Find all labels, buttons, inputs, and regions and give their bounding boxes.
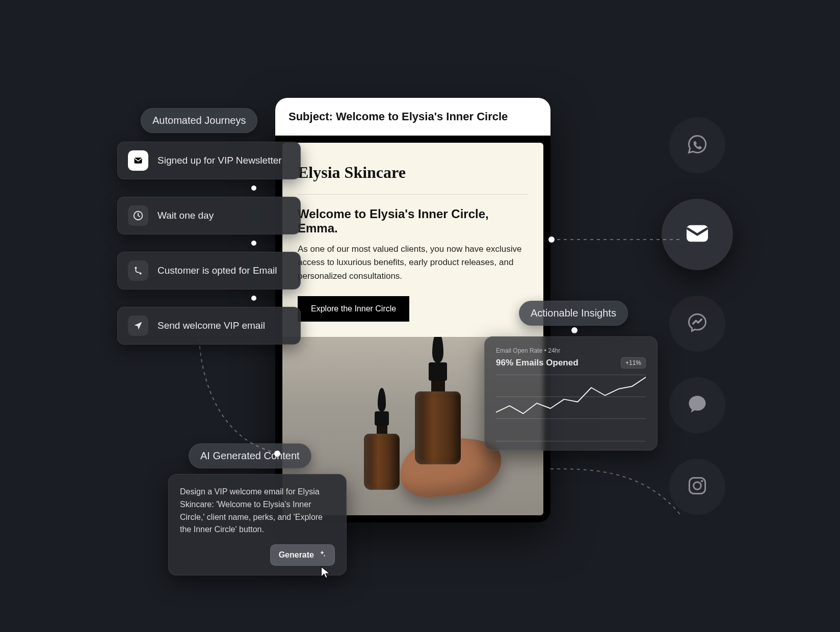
journey-step-wait[interactable]: Wait one day	[117, 197, 301, 234]
insights-card: Email Open Rate • 24hr 96% Emails Opened…	[484, 336, 658, 451]
ai-generated-content-label: AI Generated Content	[189, 443, 311, 468]
sparkle-icon	[318, 550, 326, 560]
mail-icon	[683, 219, 712, 250]
ai-prompt-card: Design a VIP welcome email for Elysia Sk…	[168, 474, 347, 575]
mail-icon	[128, 150, 148, 171]
email-subject: Subject: Welcome to Elysia's Inner Circl…	[275, 98, 550, 136]
generate-button[interactable]: Generate	[270, 544, 335, 566]
insights-subtitle: Email Open Rate • 24hr	[496, 347, 646, 354]
automated-journeys-label: Automated Journeys	[141, 108, 257, 133]
svg-point-3	[135, 267, 137, 269]
svg-point-4	[140, 272, 142, 274]
chat-icon	[686, 393, 708, 417]
email-brand: Elysia Skincare	[298, 163, 528, 194]
journey-step-signup[interactable]: Signed up for VIP Newsletter	[117, 142, 301, 179]
channel-email[interactable]	[662, 199, 733, 270]
open-rate-chart	[496, 375, 646, 441]
insights-delta-badge: +11%	[621, 357, 646, 368]
channel-instagram[interactable]	[669, 459, 725, 515]
channel-list	[662, 117, 733, 515]
svg-point-8	[701, 480, 703, 482]
svg-point-7	[694, 482, 701, 490]
branch-icon	[128, 260, 148, 281]
actionable-insights-label: Actionable Insights	[519, 301, 628, 326]
divider	[298, 194, 528, 195]
journey-steps: Signed up for VIP Newsletter Wait one da…	[117, 142, 301, 345]
instagram-icon	[686, 475, 708, 499]
channel-whatsapp[interactable]	[669, 117, 725, 173]
explore-button[interactable]: Explore the Inner Circle	[298, 296, 409, 322]
email-preview: Subject: Welcome to Elysia's Inner Circl…	[275, 98, 550, 522]
messenger-icon	[686, 311, 708, 336]
journey-step-label: Customer is opted for Email	[158, 265, 277, 276]
journey-step-label: Signed up for VIP Newsletter	[158, 155, 282, 166]
journey-step-optin[interactable]: Customer is opted for Email	[117, 252, 301, 289]
subject-text: Welcome to Elysia's Inner Circle	[336, 110, 508, 123]
subject-prefix: Subject:	[288, 110, 336, 123]
journey-step-label: Send welcome VIP email	[158, 320, 265, 331]
whatsapp-icon	[686, 133, 708, 157]
cursor-icon	[320, 566, 331, 581]
channel-messenger[interactable]	[669, 296, 725, 352]
journey-step-label: Wait one day	[158, 210, 214, 221]
clock-icon	[128, 205, 148, 226]
generate-label: Generate	[279, 550, 314, 560]
email-headline: Welcome to Elysia's Inner Circle, Emma.	[298, 207, 528, 235]
svg-rect-6	[689, 478, 705, 493]
channel-chat[interactable]	[669, 377, 725, 433]
journey-step-send[interactable]: Send welcome VIP email	[117, 307, 301, 345]
ai-prompt-text: Design a VIP welcome email for Elysia Sk…	[180, 486, 335, 536]
send-icon	[128, 315, 148, 336]
email-body-text: As one of our most valued clients, you n…	[298, 243, 528, 283]
insights-title: 96% Emails Opened	[496, 358, 579, 368]
